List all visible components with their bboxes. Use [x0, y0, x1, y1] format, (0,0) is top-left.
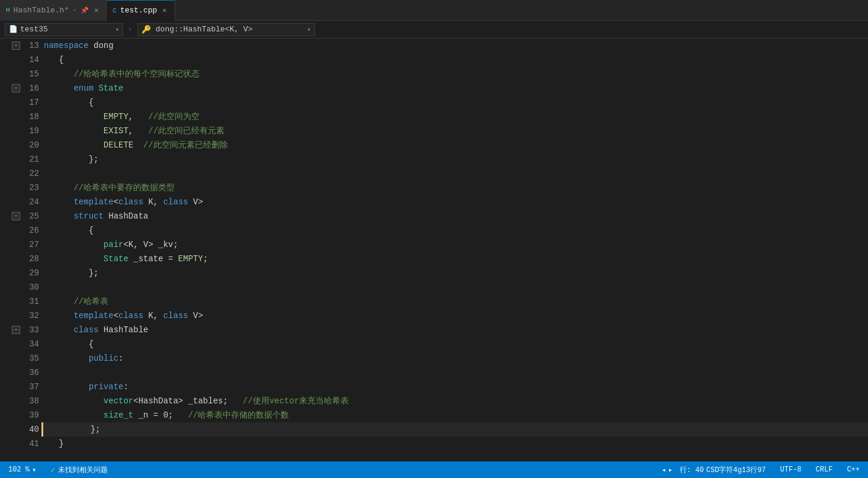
tab-label-test: test.cpp — [120, 6, 157, 15]
code-line-33[interactable]: class HashTable — [41, 323, 868, 337]
code-line-14[interactable]: { — [41, 53, 868, 67]
encoding[interactable]: UTF-8 — [777, 461, 805, 478]
encoding-text: UTF-8 — [780, 466, 802, 474]
code-line-37[interactable]: private: — [41, 380, 868, 394]
line-number-41: 41 — [0, 437, 41, 451]
tab-hashtable-h[interactable]: H HashTable.h* · 📌 ✕ — [0, 0, 107, 21]
line-number-31: 31 — [0, 294, 41, 309]
line-number-37: 37 — [0, 380, 41, 394]
code-line-20[interactable]: DELETE //此空间元素已经删除 — [41, 138, 868, 152]
code-line-16[interactable]: enum State — [41, 81, 868, 95]
line-number-28: 28 — [0, 252, 41, 266]
status-bar: 102 % ▾ ✓ 未找到相关问题 ◂ ▸ 行: 40 CSD字符4g13行97… — [0, 461, 868, 478]
code-line-23[interactable]: //哈希表中要存的数据类型 — [41, 181, 868, 195]
toolbar: 📄 test35 ▾ › 🔑 dong::HashTable<K, V> ▾ — [0, 21, 868, 39]
line-number-16: −16 — [0, 81, 41, 95]
cursor-position[interactable]: 行: 40 CSD字符4g13行97 — [676, 461, 770, 478]
symbol-name: dong::HashTable<K, V> — [156, 25, 253, 34]
scroll-left-icon[interactable]: ◂ — [661, 466, 666, 474]
code-line-36[interactable] — [41, 365, 868, 380]
line-number-20: 20 — [0, 138, 41, 152]
symbol-dropdown-icon: ▾ — [307, 26, 311, 33]
zoom-control[interactable]: 102 % ▾ — [5, 461, 40, 478]
code-line-26[interactable]: { — [41, 223, 868, 238]
scroll-right-icon[interactable]: ▸ — [668, 466, 673, 474]
gutter: −131415−161718192021222324−2526272829303… — [0, 39, 41, 461]
code-line-22[interactable] — [41, 166, 868, 181]
code-area: namespace dong { //给哈希表中的每个空间标记状态 enum S… — [41, 39, 868, 461]
code-line-34[interactable]: { — [41, 337, 868, 351]
line-number-25: −25 — [0, 209, 41, 223]
code-line-28[interactable]: State _state = EMPTY; — [41, 252, 868, 266]
tab-close-test[interactable]: ✕ — [160, 5, 168, 16]
code-line-27[interactable]: pair<K, V> _kv; — [41, 238, 868, 252]
language-text: C++ — [847, 466, 860, 474]
code-line-24[interactable]: template<class K, class V> — [41, 195, 868, 209]
line-ending[interactable]: CRLF — [812, 461, 837, 478]
fold-btn-25[interactable]: − — [12, 212, 20, 220]
line-number-18: 18 — [0, 110, 41, 124]
tab-pin-icon[interactable]: 📌 — [81, 7, 89, 14]
line-number-34: 34 — [0, 337, 41, 351]
tab-icon-cpp: C — [112, 7, 117, 14]
zoom-value: 102 % — [8, 466, 30, 474]
code-line-38[interactable]: vector<HashData> _tables; //使用vector来充当哈… — [41, 394, 868, 408]
tab-icon-h: H — [6, 7, 10, 14]
symbol-icon: 🔑 — [142, 25, 151, 34]
position-text: 行: 40 — [680, 465, 704, 475]
code-line-29[interactable]: }; — [41, 266, 868, 280]
status-scroll[interactable]: ◂ ▸ — [658, 461, 676, 478]
line-number-13: −13 — [0, 39, 41, 53]
code-line-25[interactable]: struct HashData — [41, 209, 868, 223]
check-icon: ✓ — [50, 465, 55, 475]
line-number-15: 15 — [0, 67, 41, 81]
language[interactable]: C++ — [843, 461, 863, 478]
line-number-29: 29 — [0, 266, 41, 280]
line-number-36: 36 — [0, 365, 41, 380]
symbol-selector[interactable]: 🔑 dong::HashTable<K, V> ▾ — [137, 23, 315, 36]
line-number-32: 32 — [0, 309, 41, 323]
file-selector[interactable]: 📄 test35 ▾ — [5, 23, 123, 36]
code-line-21[interactable]: }; — [41, 152, 868, 166]
code-line-41[interactable]: } — [41, 437, 868, 451]
tab-label-hashtable: HashTable.h* — [14, 6, 69, 15]
code-line-39[interactable]: size_t _n = 0; //哈希表中存储的数据个数 — [41, 408, 868, 422]
code-line-19[interactable]: EXIST, //此空间已经有元素 — [41, 124, 868, 138]
line-number-26: 26 — [0, 223, 41, 238]
line-ending-text: CRLF — [816, 466, 833, 474]
code-line-13[interactable]: namespace dong — [41, 39, 868, 53]
status-text: 未找到相关问题 — [58, 465, 108, 475]
tab-close-hashtable[interactable]: ✕ — [92, 5, 100, 16]
toolbar-sep: › — [128, 25, 133, 34]
file-dropdown-icon: ▾ — [115, 26, 119, 33]
file-name: test35 — [20, 25, 48, 34]
line-number-24: 24 — [0, 195, 41, 209]
line-number-21: 21 — [0, 152, 41, 166]
line-number-22: 22 — [0, 166, 41, 181]
status-right: 行: 40 CSD字符4g13行97 UTF-8 CRLF C++ — [676, 461, 863, 478]
code-line-15[interactable]: //给哈希表中的每个空间标记状态 — [41, 67, 868, 81]
code-line-17[interactable]: { — [41, 95, 868, 110]
code-line-18[interactable]: EMPTY, //此空间为空 — [41, 110, 868, 124]
fold-btn-33[interactable]: − — [12, 326, 20, 334]
code-line-35[interactable]: public: — [41, 351, 868, 365]
line-number-23: 23 — [0, 181, 41, 195]
code-line-30[interactable] — [41, 280, 868, 294]
line-number-27: 27 — [0, 238, 41, 252]
title-bar: H HashTable.h* · 📌 ✕ C test.cpp ✕ — [0, 0, 868, 21]
status-left: 102 % ▾ ✓ 未找到相关问题 — [5, 461, 658, 478]
code-line-40[interactable]: }; — [41, 422, 868, 437]
tab-test-cpp[interactable]: C test.cpp ✕ — [107, 0, 175, 21]
line-number-33: −33 — [0, 323, 41, 337]
tab-modified-dot: · — [72, 6, 77, 15]
code-line-31[interactable]: //哈希表 — [41, 294, 868, 309]
line-number-14: 14 — [0, 53, 41, 67]
fold-btn-13[interactable]: − — [12, 41, 20, 50]
code-line-32[interactable]: template<class K, class V> — [41, 309, 868, 323]
error-status[interactable]: ✓ 未找到相关问题 — [47, 461, 111, 478]
line-number-19: 19 — [0, 124, 41, 138]
file-icon: 📄 — [9, 25, 18, 34]
line-number-39: 39 — [0, 408, 41, 422]
fold-btn-16[interactable]: − — [12, 84, 20, 92]
line-number-35: 35 — [0, 351, 41, 365]
